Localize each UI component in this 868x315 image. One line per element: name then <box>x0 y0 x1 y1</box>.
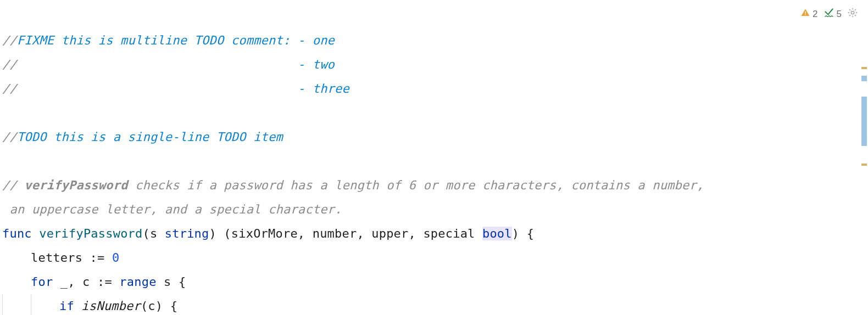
code-text: (c) { <box>141 299 177 313</box>
code-text: (s <box>142 227 164 240</box>
code-text: number <box>313 227 357 240</box>
operator: := <box>97 275 119 289</box>
blank-identifier: _ <box>60 275 68 289</box>
comment-slashes: // <box>2 33 17 47</box>
comment-slashes: // <box>2 82 17 95</box>
todo-comment: TODO this is a single-line TODO item <box>17 130 283 144</box>
type-string: string <box>165 227 209 240</box>
identifier: letters <box>31 251 90 265</box>
code-line[interactable]: an uppercase letter, and a special chara… <box>2 198 868 222</box>
warning-icon <box>800 8 810 20</box>
doc-comment-text: an uppercase letter, and a special chara… <box>2 203 342 216</box>
svg-rect-1 <box>805 14 806 15</box>
doc-comment-slashes: // <box>2 178 24 192</box>
typos-indicator[interactable]: 5 <box>824 7 842 21</box>
code-line-blank[interactable] <box>2 149 868 173</box>
code-line[interactable]: // - two <box>2 53 868 77</box>
fixme-comment: FIXME this is multiline TODO comment: - … <box>17 33 335 47</box>
warnings-count: 2 <box>813 9 817 20</box>
code-line[interactable]: letters := 0 <box>2 246 868 270</box>
code-line-blank[interactable] <box>2 101 868 125</box>
svg-point-2 <box>851 11 854 14</box>
comment-slashes: // <box>2 130 17 144</box>
ruler-marker-info[interactable] <box>861 76 867 81</box>
ruler-marker-info[interactable] <box>861 97 867 146</box>
code-text: , c <box>68 275 97 289</box>
svg-rect-0 <box>805 12 806 14</box>
operator: := <box>90 251 112 265</box>
indent-guide <box>2 294 3 315</box>
code-text: , <box>298 227 313 240</box>
function-name: verifyPassword <box>39 227 142 240</box>
number-literal: 0 <box>112 251 119 265</box>
code-line[interactable]: func verifyPassword(s string) (sixOrMore… <box>2 222 868 246</box>
gear-icon[interactable] <box>847 7 858 21</box>
warnings-indicator[interactable]: 2 <box>800 8 817 20</box>
fixme-comment-continuation: - two <box>17 58 335 71</box>
keyword-func: func <box>2 227 39 240</box>
comment-slashes: // <box>2 58 17 71</box>
checkmark-icon <box>824 7 834 21</box>
inspections-widget[interactable]: 2 5 <box>800 7 858 21</box>
code-text: s { <box>164 275 186 289</box>
typos-count: 5 <box>837 9 842 20</box>
code-line[interactable]: // - three <box>2 77 868 101</box>
fixme-comment-continuation: - three <box>17 82 349 95</box>
code-text: upper <box>371 227 408 240</box>
keyword-for: for <box>31 275 60 289</box>
ruler-marker-warning[interactable] <box>861 67 867 69</box>
code-line[interactable]: //FIXME this is multiline TODO comment: … <box>2 29 868 53</box>
code-line[interactable]: // verifyPassword checks if a password h… <box>2 173 868 198</box>
indent-guide <box>31 294 31 315</box>
keyword-if: if <box>59 299 81 313</box>
code-line[interactable]: for _, c := range s { <box>2 270 868 294</box>
code-text: ) (sixOrMore <box>209 227 297 240</box>
code-line[interactable]: //TODO this is a single-line TODO item <box>2 125 868 149</box>
doc-comment-funcname: verifyPassword <box>24 178 127 192</box>
doc-comment-text: checks if a password has a length of 6 o… <box>128 178 704 192</box>
code-text: , <box>409 227 424 240</box>
code-editor[interactable]: //FIXME this is multiline TODO comment: … <box>0 0 868 315</box>
code-text: special <box>423 227 482 240</box>
function-call: isNumber <box>81 299 141 313</box>
keyword-range: range <box>119 275 164 289</box>
ruler-marker-warning[interactable] <box>861 164 867 166</box>
code-text: , <box>357 227 371 240</box>
code-text: ) { <box>512 227 534 240</box>
type-bool: bool <box>482 227 512 240</box>
overview-ruler[interactable] <box>860 22 868 315</box>
code-line[interactable]: if isNumber(c) { <box>2 294 868 315</box>
